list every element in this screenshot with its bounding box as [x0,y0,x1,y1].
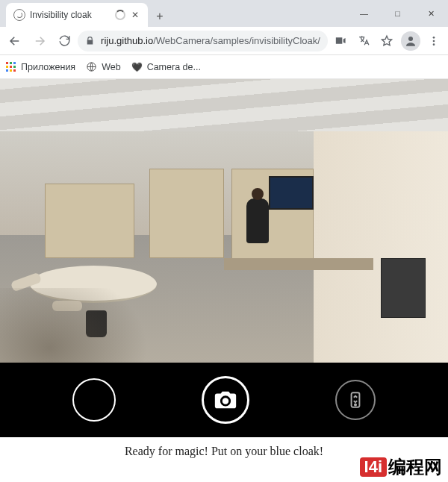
tab-close-button[interactable]: ✕ [130,10,140,20]
window-close-button[interactable]: ✕ [414,0,448,27]
profile-avatar-button[interactable] [401,31,420,51]
window-maximize-button[interactable]: □ [381,0,414,27]
address-bar[interactable]: riju.github.io/WebCamera/samples/invisib… [78,31,328,51]
switch-camera-button[interactable] [335,380,376,420]
camera-control-bar [0,363,448,437]
bookmark-web-label: Web [102,62,120,72]
kebab-icon [428,35,440,47]
tab-title: Invisibility cloak [30,10,111,20]
browser-toolbar: riju.github.io/WebCamera/samples/invisib… [0,27,448,55]
nav-back-button[interactable] [3,29,26,53]
bookmark-apps[interactable]: Приложения [6,62,75,72]
camera-output-canvas [0,79,448,363]
bookmark-web[interactable]: Web [86,61,120,72]
svg-point-6 [355,404,356,405]
nav-reload-button[interactable] [53,29,76,53]
new-tab-button[interactable]: + [149,6,170,27]
browser-titlebar: Invisibility cloak ✕ + — □ ✕ [0,0,448,27]
watermark-logo: I4i [360,457,387,477]
watermark-text: 编程网 [388,455,442,479]
apps-grid-icon [6,62,16,72]
svg-point-1 [433,37,435,39]
bookmark-star-button[interactable] [376,30,398,52]
bookmarks-bar: Приложения Web 🖤 Camera de... [0,55,448,79]
arrow-right-icon [33,34,46,48]
bookmark-camera-demo[interactable]: 🖤 Camera de... [131,62,201,72]
tab-loading-spinner-icon [115,10,125,20]
reload-icon [58,34,71,47]
url-host: riju.github.io [101,35,153,46]
camera-icon [213,387,238,413]
page-content: Ready for magic! Put on your blue cloak!… [0,79,448,482]
translate-icon[interactable] [352,30,374,52]
camera-permission-icon[interactable] [329,30,351,52]
svg-point-2 [433,40,435,42]
switch-camera-icon [346,390,365,410]
shutter-button[interactable] [202,376,249,424]
browser-tab[interactable]: Invisibility cloak ✕ [6,3,148,27]
url-path: /WebCamera/samples/invisibilityCloak/ [153,35,320,46]
arrow-left-icon [8,34,22,48]
window-controls: — □ ✕ [347,0,448,27]
status-message: Ready for magic! Put on your blue cloak! [0,440,448,458]
svg-point-3 [433,43,435,46]
url-text: riju.github.io/WebCamera/samples/invisib… [101,35,320,46]
chrome-menu-button[interactable] [423,30,445,52]
watermark: I4i 编程网 [360,455,448,479]
bookmark-apps-label: Приложения [21,62,75,72]
bookmark-camdemo-label: Camera de... [147,62,201,72]
window-minimize-button[interactable]: — [347,0,381,27]
lock-icon [85,36,95,46]
record-button[interactable] [72,378,116,422]
tab-favicon [13,9,25,21]
nav-forward-button [28,29,51,53]
globe-icon [86,61,97,72]
svg-point-0 [408,37,413,41]
person-icon [404,34,417,48]
heart-icon: 🖤 [131,62,143,72]
